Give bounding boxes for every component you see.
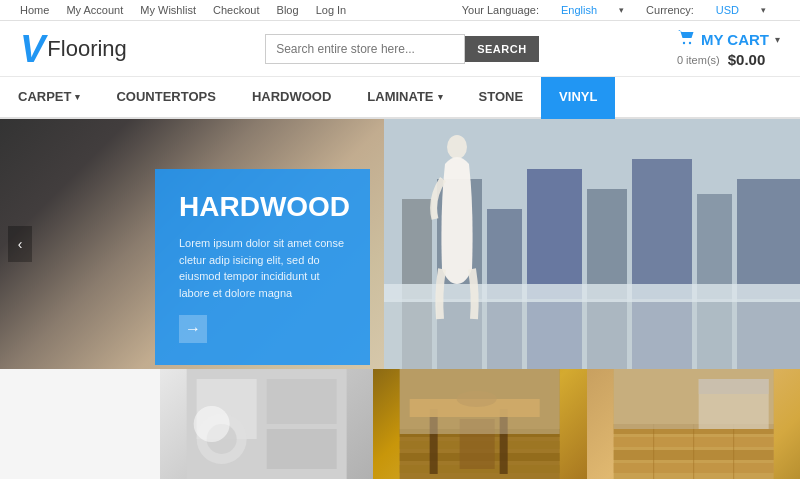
cart-title[interactable]: MY CART xyxy=(701,31,769,48)
hero-overlay: HARDWOOD Lorem ipsum dolor sit amet cons… xyxy=(155,169,370,365)
topbar-my-wishlist[interactable]: My Wishlist xyxy=(140,4,196,16)
topbar-login[interactable]: Log In xyxy=(316,4,347,16)
svg-rect-17 xyxy=(267,379,337,424)
topbar-my-account[interactable]: My Account xyxy=(66,4,123,16)
language-dropdown-icon[interactable]: ▾ xyxy=(619,5,624,15)
hero-person xyxy=(430,129,485,369)
thumb-bg-2 xyxy=(373,369,586,479)
cart-top-line: MY CART ▾ xyxy=(677,29,780,49)
nav-item-vinyl[interactable]: VINYL xyxy=(541,77,615,119)
cart-dropdown-icon[interactable]: ▾ xyxy=(775,34,780,45)
thumb-item-2[interactable] xyxy=(373,369,586,479)
logo-v: V xyxy=(20,30,45,68)
topbar-home[interactable]: Home xyxy=(20,4,49,16)
carpet-dropdown-icon: ▾ xyxy=(75,92,80,102)
svg-point-0 xyxy=(683,42,685,44)
language-value[interactable]: English xyxy=(561,4,597,16)
cart-widget: MY CART ▾ 0 item(s) $0.00 xyxy=(677,29,780,68)
svg-rect-32 xyxy=(400,369,560,434)
nav-item-carpet[interactable]: CARPET ▾ xyxy=(0,77,98,119)
hero-prev-button[interactable]: ‹ xyxy=(8,226,32,262)
logo-text: Flooring xyxy=(47,36,126,62)
language-label: Your Language: xyxy=(462,4,539,16)
cart-icon xyxy=(677,29,695,49)
topbar-links: Home My Account My Wishlist Checkout Blo… xyxy=(20,4,360,16)
hero-description: Lorem ipsum dolor sit amet conse cletur … xyxy=(179,235,346,301)
thumb-bg-1 xyxy=(160,369,373,479)
currency-value[interactable]: USD xyxy=(716,4,739,16)
thumb-item-1[interactable] xyxy=(160,369,373,479)
svg-point-14 xyxy=(447,135,467,159)
topbar-checkout[interactable]: Checkout xyxy=(213,4,259,16)
topbar: Home My Account My Wishlist Checkout Blo… xyxy=(0,0,800,21)
nav-item-stone[interactable]: STONE xyxy=(461,77,542,119)
currency-label: Currency: xyxy=(646,4,694,16)
hero-cta-arrow[interactable]: → xyxy=(179,315,207,343)
hero-category-title: HARDWOOD xyxy=(179,191,346,223)
topbar-locale: Your Language: English ▾ Currency: USD ▾ xyxy=(462,4,780,16)
cart-price: $0.00 xyxy=(728,51,766,68)
svg-point-21 xyxy=(194,406,230,442)
search-input[interactable] xyxy=(265,34,465,64)
search-bar: SEARCH xyxy=(265,34,538,64)
laminate-dropdown-icon: ▾ xyxy=(438,92,443,102)
nav-item-laminate[interactable]: LAMINATE ▾ xyxy=(349,77,460,119)
topbar-blog[interactable]: Blog xyxy=(277,4,299,16)
header: V Flooring SEARCH MY CART ▾ 0 item(s) $0… xyxy=(0,21,800,77)
hero-banner: HARDWOOD Lorem ipsum dolor sit amet cons… xyxy=(0,119,800,369)
thumbnail-row xyxy=(0,369,800,479)
nav-bar: CARPET ▾ COUNTERTOPS HARDWOOD LAMINATE ▾… xyxy=(0,77,800,119)
nav-item-countertops[interactable]: COUNTERTOPS xyxy=(98,77,233,119)
thumb-item-3[interactable] xyxy=(587,369,800,479)
svg-rect-18 xyxy=(267,429,337,469)
svg-point-1 xyxy=(689,42,691,44)
thumb-bg-3 xyxy=(587,369,800,479)
svg-rect-43 xyxy=(698,379,768,394)
currency-dropdown-icon[interactable]: ▾ xyxy=(761,5,766,15)
cart-items-count: 0 item(s) xyxy=(677,54,720,66)
search-button[interactable]: SEARCH xyxy=(465,36,538,62)
nav-item-hardwood[interactable]: HARDWOOD xyxy=(234,77,349,119)
cart-details: 0 item(s) $0.00 xyxy=(677,51,780,68)
logo[interactable]: V Flooring xyxy=(20,30,127,68)
